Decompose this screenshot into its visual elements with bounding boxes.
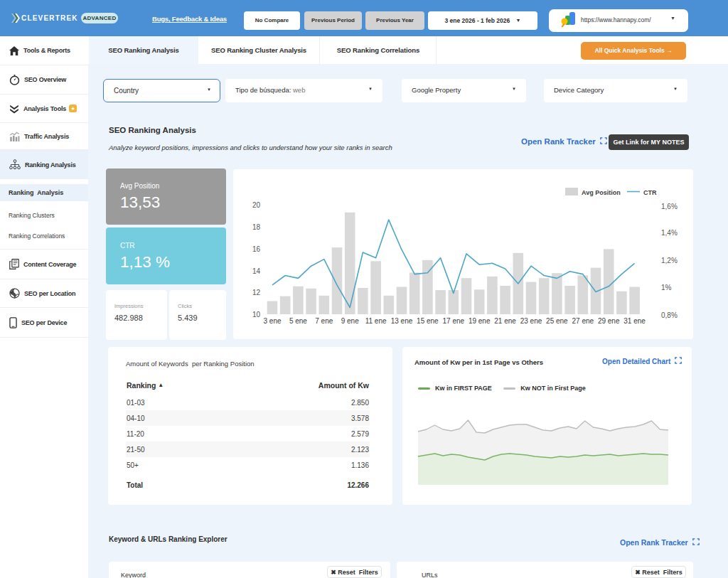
svg-text:5 ene: 5 ene	[289, 317, 307, 325]
svg-text:1,2%: 1,2%	[661, 257, 678, 264]
svg-text:16: 16	[252, 245, 261, 253]
svg-text:0,8%: 0,8%	[661, 311, 678, 319]
svg-text:13 ene: 13 ene	[391, 317, 413, 325]
svg-text:17 ene: 17 ene	[443, 317, 465, 325]
svg-text:1%: 1%	[661, 284, 672, 291]
svg-text:9 ene: 9 ene	[341, 317, 359, 325]
svg-text:25 ene: 25 ene	[546, 317, 568, 325]
svg-text:Avg Position: Avg Position	[582, 189, 621, 196]
svg-text:CTR: CTR	[643, 189, 657, 196]
svg-text:15 ene: 15 ene	[417, 317, 439, 325]
svg-text:20: 20	[252, 201, 261, 209]
svg-text:14: 14	[252, 267, 261, 275]
svg-text:12: 12	[252, 289, 261, 296]
svg-text:11 ene: 11 ene	[365, 317, 387, 325]
svg-text:27 ene: 27 ene	[572, 317, 594, 325]
svg-text:18: 18	[252, 223, 261, 231]
svg-text:23 ene: 23 ene	[520, 317, 542, 325]
svg-text:1,4%: 1,4%	[661, 229, 678, 237]
svg-text:1,6%: 1,6%	[661, 203, 678, 210]
svg-text:7 ene: 7 ene	[315, 317, 333, 325]
svg-text:19 ene: 19 ene	[469, 317, 491, 325]
svg-text:10: 10	[252, 311, 261, 319]
svg-text:3 ene: 3 ene	[263, 317, 281, 325]
svg-text:29 ene: 29 ene	[598, 317, 620, 325]
svg-text:21 ene: 21 ene	[494, 317, 516, 325]
svg-text:31 ene: 31 ene	[623, 317, 646, 325]
